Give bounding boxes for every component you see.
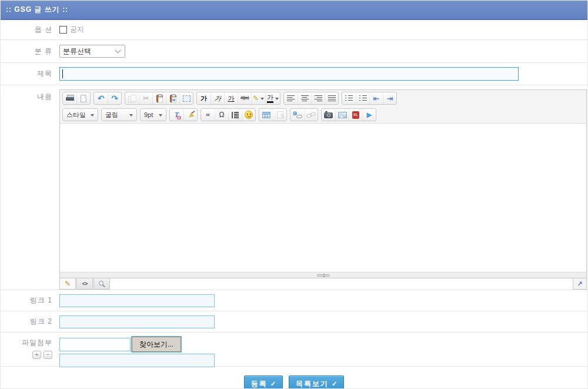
file-path-input-2[interactable] (59, 354, 215, 367)
editor-mode-tabs: ✎ <> ↗ (59, 278, 587, 290)
camera-icon (324, 112, 333, 118)
copy-button[interactable] (125, 92, 139, 104)
underline-button[interactable]: 가 (224, 92, 238, 104)
link1-label: 링크 1 (1, 295, 52, 305)
undo-button[interactable]: ↶ (94, 92, 108, 104)
cut-button[interactable]: ✂ (139, 92, 152, 104)
memo-button[interactable] (273, 109, 286, 121)
editor-content-area[interactable] (60, 124, 586, 272)
italic-icon: 가 (214, 95, 222, 102)
editor-toolbar-row2: 스타일 굴림 9pt T “ Ω (60, 107, 586, 124)
outdent-button[interactable]: ⇤ (369, 92, 383, 104)
underline-icon: 가 (228, 95, 235, 102)
flash-icon: FL (352, 111, 359, 119)
content-label: 내용 (1, 85, 52, 290)
clean-format-button[interactable] (183, 109, 197, 121)
link2-input[interactable] (59, 315, 215, 328)
text-cursor (62, 69, 63, 78)
align-center-button[interactable] (298, 92, 311, 104)
outdent-icon: ⇤ (373, 95, 380, 102)
submit-button[interactable]: 등록 ✓ (244, 375, 283, 389)
image-button[interactable] (335, 109, 349, 121)
font-size-select[interactable]: 9pt (140, 108, 166, 121)
strikethrough-icon: 깨바 (240, 96, 249, 101)
file-path-input[interactable] (59, 338, 131, 351)
link1-row: 링크 1 (1, 290, 587, 311)
emoticon-icon (245, 111, 253, 119)
rich-text-editor: ↶ ↷ ✂ 가 가 가 깨바 ✎ 가 (59, 89, 587, 290)
caret-down-icon (129, 114, 133, 118)
check-icon: ✓ (270, 380, 276, 388)
strikethrough-button[interactable]: 깨바 (238, 92, 251, 104)
bold-button[interactable]: 가 (197, 92, 211, 104)
expand-editor-button[interactable]: ↗ (573, 278, 587, 290)
new-document-button[interactable] (76, 92, 90, 104)
align-right-button[interactable] (311, 92, 325, 104)
page-header: :: GSG 글 쓰기 :: (1, 1, 587, 20)
font-color-button[interactable]: 가 (265, 92, 280, 104)
ordered-list-icon (345, 95, 353, 102)
flash-button[interactable]: FL (349, 109, 362, 121)
preview-mode-tab[interactable] (93, 278, 110, 290)
justify-icon (328, 95, 336, 102)
caret-down-icon (260, 98, 264, 102)
redo-button[interactable]: ↷ (108, 92, 121, 104)
unlink-button[interactable] (304, 109, 318, 121)
line-height-button[interactable] (228, 109, 242, 121)
photo-button[interactable] (322, 109, 335, 121)
highlight-color-button[interactable]: ✎ (251, 92, 265, 104)
style-select[interactable]: 스타일 (62, 108, 98, 121)
emoticon-button[interactable] (242, 109, 255, 121)
font-select[interactable]: 굴림 (101, 108, 137, 121)
unlink-icon (306, 111, 316, 119)
blockquote-button[interactable]: “ (201, 109, 215, 121)
chevron-down-icon (115, 47, 121, 53)
remove-file-button[interactable]: − (44, 351, 52, 359)
link1-input[interactable] (59, 294, 215, 307)
option-row: 옵 션 공지 (1, 20, 587, 40)
play-icon: ▶ (366, 111, 372, 118)
line-height-icon (232, 112, 239, 118)
justify-button[interactable] (325, 92, 338, 104)
new-page-icon (81, 95, 86, 102)
add-file-button[interactable]: + (32, 351, 41, 359)
indent-button[interactable]: ⇥ (383, 92, 396, 104)
unordered-list-button[interactable] (356, 92, 369, 104)
ordered-list-button[interactable] (342, 92, 356, 104)
italic-button[interactable]: 가 (211, 92, 224, 104)
link-button[interactable] (290, 109, 304, 121)
paste-button[interactable] (152, 92, 166, 104)
content-row: 내용 ↶ ↷ ✂ (1, 85, 587, 290)
media-button[interactable]: ▶ (362, 109, 376, 121)
table-button[interactable] (259, 109, 273, 121)
indent-icon: ⇥ (387, 95, 393, 102)
expand-icon: ↗ (577, 281, 582, 287)
editor-resize-strip[interactable] (60, 272, 586, 278)
link2-label: 링크 2 (1, 317, 52, 327)
bold-icon: 가 (201, 95, 207, 102)
notice-checkbox-label: 공지 (70, 25, 84, 35)
view-list-button[interactable]: 목록보기 ✓ (289, 375, 344, 389)
browse-button[interactable]: 찾아보기... (132, 337, 181, 352)
select-all-button[interactable] (179, 92, 193, 104)
category-select[interactable]: 분류선택 (59, 45, 125, 58)
paste-word-button[interactable] (166, 92, 179, 104)
wysiwyg-mode-tab[interactable]: ✎ (59, 278, 76, 290)
title-input[interactable] (59, 67, 519, 81)
notice-checkbox[interactable] (59, 26, 67, 34)
align-left-button[interactable] (284, 92, 298, 104)
category-label: 분 류 (1, 46, 52, 56)
editor-toolbar-row1: ↶ ↷ ✂ 가 가 가 깨바 ✎ 가 (60, 90, 586, 107)
table-icon (262, 112, 270, 118)
quote-icon: “ (206, 114, 210, 119)
highlighter-icon: ✎ (253, 95, 259, 102)
clipboard-word-icon (170, 95, 176, 102)
page-title: :: GSG 글 쓰기 :: (6, 5, 68, 15)
html-mode-tab[interactable]: <> (76, 278, 93, 290)
print-button[interactable] (63, 92, 76, 104)
view-list-button-label: 목록보기 (296, 379, 329, 389)
remove-format-button[interactable]: T (170, 109, 183, 121)
special-char-button[interactable]: Ω (215, 109, 228, 121)
html-code-icon: <> (82, 281, 88, 287)
omega-icon: Ω (219, 111, 225, 118)
